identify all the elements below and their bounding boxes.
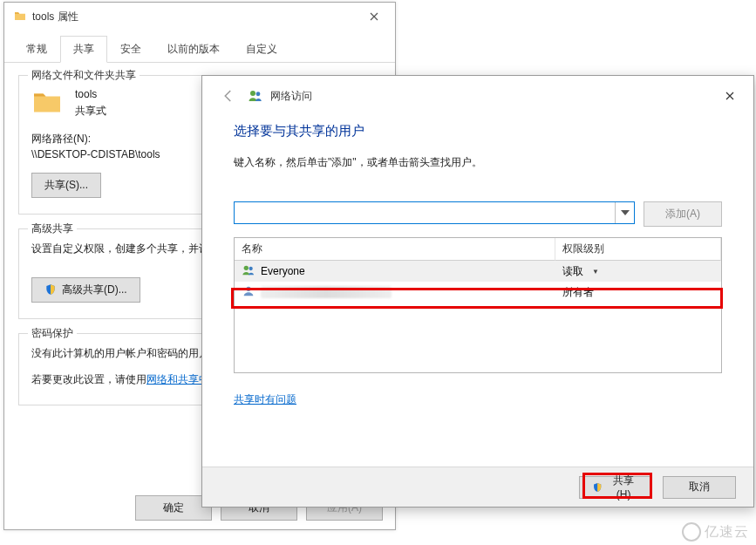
properties-titlebar[interactable]: tools 属性 [4,3,395,31]
col-level-header[interactable]: 权限级别 [555,238,721,261]
user-input[interactable] [235,203,615,222]
watermark: 亿速云 [682,522,749,542]
arrow-left-icon [221,88,236,104]
wizard-small-title: 网络访问 [270,89,712,104]
close-icon [725,92,734,100]
row-level: 所有者 [562,285,594,300]
wizard-close-button[interactable] [712,84,748,108]
svg-point-3 [249,266,253,269]
share-button[interactable]: 共享(S)... [31,173,101,198]
users-icon [242,263,255,280]
users-icon [248,88,263,104]
tab-previous-versions[interactable]: 以前的版本 [154,36,233,63]
table-row[interactable]: 所有者 [235,282,721,303]
svg-point-4 [246,286,250,290]
folder-large-icon [31,87,63,119]
share-wizard-window: 网络访问 选择要与其共享的用户 键入名称，然后单击"添加"，或者单击箭头查找用户… [201,75,754,508]
svg-point-2 [244,265,249,269]
watermark-text: 亿速云 [705,523,749,542]
wizard-titlebar: 网络访问 [202,76,753,116]
folder-icon [13,10,27,24]
add-button-label: 添加(A) [665,207,700,221]
tab-general[interactable]: 常规 [13,36,60,63]
svg-point-0 [250,91,255,96]
permissions-table: 名称 权限级别 Everyone读取▼所有者 [234,237,722,373]
folder-name: tools [75,86,106,103]
svg-point-1 [256,92,261,96]
tab-share[interactable]: 共享 [60,36,107,63]
group-legend: 网络文件和文件夹共享 [28,68,140,83]
user-icon [242,284,255,301]
advanced-share-button[interactable]: 高级共享(D)... [31,277,140,303]
tab-customize[interactable]: 自定义 [233,36,290,63]
group-legend: 密码保护 [28,326,77,341]
troubleshoot-link[interactable]: 共享时有问题 [234,393,296,405]
row-name-cell [235,283,555,303]
password-line2-prefix: 若要更改此设置，请使用 [31,373,146,385]
wizard-share-label: 共享(H) [608,473,639,501]
wizard-cancel-button[interactable]: 取消 [663,476,736,499]
wizard-footer: 共享(H) 取消 [202,467,753,507]
table-body: Everyone读取▼所有者 [235,261,721,372]
back-button[interactable] [216,84,241,108]
add-button[interactable]: 添加(A) [644,201,722,227]
combo-caret[interactable] [615,202,634,223]
chevron-down-icon [621,210,630,215]
ok-button[interactable]: 确定 [135,495,212,521]
advanced-share-label: 高级共享(D)... [62,283,127,297]
watermark-icon [682,522,701,542]
row-name: Everyone [261,265,305,277]
wizard-instruction: 键入名称，然后单击"添加"，或者单击箭头查找用户。 [234,155,722,170]
row-name-cell: Everyone [235,262,555,282]
table-header: 名称 权限级别 [235,238,721,261]
shield-icon [592,481,603,494]
share-state: 共享式 [75,103,106,119]
tab-security[interactable]: 安全 [107,36,154,63]
row-level-cell[interactable]: 读取▼ [555,262,721,281]
close-button[interactable] [357,4,392,29]
tab-strip: 常规 共享 安全 以前的版本 自定义 [4,36,395,63]
user-combo[interactable] [234,201,635,224]
redacted-text [261,286,392,298]
group-legend: 高级共享 [28,221,77,236]
wizard-share-button[interactable]: 共享(H) [579,476,652,499]
wizard-heading: 选择要与其共享的用户 [234,123,722,140]
shield-icon [44,283,57,296]
row-level: 读取 [562,264,583,279]
row-level-cell: 所有者 [555,283,721,302]
close-icon [370,12,378,21]
share-button-label: 共享(S)... [44,178,88,193]
window-title: tools 属性 [32,10,357,24]
col-name-header[interactable]: 名称 [235,238,555,261]
table-row[interactable]: Everyone读取▼ [235,261,721,282]
wizard-body: 选择要与其共享的用户 键入名称，然后单击"添加"，或者单击箭头查找用户。 添加(… [202,116,753,407]
chevron-down-icon: ▼ [592,268,599,276]
